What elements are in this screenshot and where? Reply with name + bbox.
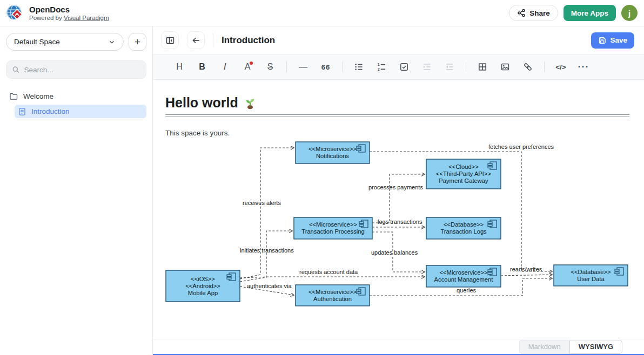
strikethrough-button[interactable]: S xyxy=(262,59,278,75)
outdent-button[interactable] xyxy=(441,59,458,75)
opendocs-app: OpenDocs Powered by Visual Paradigm Shar… xyxy=(0,0,644,355)
image-button[interactable] xyxy=(497,59,513,75)
outdent-icon xyxy=(445,62,454,72)
task-list-button[interactable] xyxy=(396,59,412,75)
indent-button[interactable] xyxy=(419,59,435,75)
sidebar-item-welcome[interactable]: Welcome xyxy=(6,90,146,103)
sidebar-item-introduction[interactable]: Introduction xyxy=(15,105,146,118)
arrow-left-icon xyxy=(191,36,201,45)
space-selector-value: Default Space xyxy=(14,38,60,46)
sidebar: Default Space + W xyxy=(0,26,153,355)
search-box[interactable] xyxy=(6,60,146,79)
link-icon xyxy=(523,62,533,72)
chevron-down-icon xyxy=(108,38,116,46)
bullet-list-button[interactable] xyxy=(351,59,367,75)
table-icon xyxy=(478,62,487,72)
search-icon xyxy=(12,65,19,74)
tab-wysiwyg[interactable]: WYSIWYG xyxy=(569,340,622,354)
toggle-sidebar-button[interactable] xyxy=(161,31,179,49)
diagram-edge-label-authenticates-via: authenticates via xyxy=(247,283,292,289)
diagram-edge-label-reads-writes: reads/writes xyxy=(510,266,542,272)
diagram-edge-label-queries: queries xyxy=(457,287,477,293)
heading-rule xyxy=(165,114,629,117)
visual-paradigm-link[interactable]: Visual Paradigm xyxy=(64,15,109,21)
toolbar-divider xyxy=(213,33,213,47)
opendocs-logo xyxy=(5,4,24,23)
diagram-node-account-management: <<Microservice>>Account Management xyxy=(426,265,501,287)
tree-item-label: Introduction xyxy=(31,107,70,115)
tab-markdown[interactable]: Markdown xyxy=(519,340,569,354)
font-color-dot xyxy=(250,62,253,65)
format-divider xyxy=(342,62,343,72)
diagram-edge-processes-payments xyxy=(372,174,425,223)
diagram-edge-requests-account-data xyxy=(240,277,425,278)
seedling-emoji xyxy=(243,96,257,110)
diagram-svg: receives alertsinitiates transactionsaut… xyxy=(165,141,629,308)
diagram-node-user-data: <<Database>>User Data xyxy=(554,265,628,286)
powered-by: Powered by Visual Paradigm xyxy=(29,14,109,22)
space-selector[interactable]: Default Space xyxy=(6,33,124,51)
uml-component-diagram[interactable]: receives alertsinitiates transactionsaut… xyxy=(165,141,629,308)
back-button[interactable] xyxy=(187,31,205,49)
share-label: Share xyxy=(529,9,550,17)
diagram-edge-initiates-transactions xyxy=(240,231,292,282)
panel-left-icon xyxy=(165,36,175,45)
page-tree: Welcome Introduction xyxy=(6,90,146,118)
brand: OpenDocs Powered by Visual Paradigm xyxy=(5,4,109,23)
diagram-edge-reads-writes xyxy=(501,275,552,276)
document-heading: Hello world xyxy=(165,95,629,111)
horizontal-rule-button[interactable]: — xyxy=(295,59,311,75)
diagram-node-notifications: <<Microservice>>Notifications xyxy=(296,142,370,163)
editor-main: Introduction Save H B I A S — 6 xyxy=(153,26,644,355)
diagram-edge-label-processes-payments: processes payments xyxy=(368,184,423,190)
table-button[interactable] xyxy=(474,59,491,75)
diagram-edge-label-logs-transactions: logs transactions xyxy=(378,219,422,225)
share-button[interactable]: Share xyxy=(509,5,558,21)
font-color-button[interactable]: A xyxy=(239,59,256,75)
indent-icon xyxy=(422,62,432,72)
bold-button[interactable]: B xyxy=(194,59,210,75)
svg-text:<<Microservice>>Account Manage: <<Microservice>>Account Management xyxy=(434,269,494,283)
app-title: OpenDocs xyxy=(29,5,109,14)
header-actions: Share More Apps j xyxy=(509,5,638,21)
svg-text:<<Microservice>>Transaction Pr: <<Microservice>>Transaction Processing xyxy=(301,221,365,235)
diagram-node-mobile-app: <<iOS>><<Android>>Mobile App xyxy=(166,270,240,302)
svg-text:1: 1 xyxy=(378,63,380,66)
numbered-list-button[interactable]: 1 2 xyxy=(373,59,390,75)
diagram-edge-label-fetches-user-preferences: fetches user preferences xyxy=(488,144,554,150)
heading-text: Hello world xyxy=(165,95,238,111)
italic-button[interactable]: I xyxy=(217,59,233,75)
code-button[interactable]: </> xyxy=(553,59,569,75)
avatar[interactable]: j xyxy=(621,5,638,21)
blockquote-button[interactable]: 66 xyxy=(318,59,334,75)
save-button[interactable]: Save xyxy=(591,32,634,49)
diagram-edge-label-requests-account-data: requests account data xyxy=(299,269,358,275)
bullet-list-icon xyxy=(354,62,364,72)
save-icon xyxy=(598,36,606,44)
document-icon xyxy=(18,107,26,116)
svg-text:<<Database>>Transaction Logs: <<Database>>Transaction Logs xyxy=(440,221,487,235)
heading-button[interactable]: H xyxy=(171,59,187,75)
diagram-edge-label-initiates-transactions: initiates transactions xyxy=(240,247,294,254)
add-page-button[interactable]: + xyxy=(129,33,146,51)
share-icon xyxy=(517,9,526,17)
svg-text:<<Microservice>>Authentication: <<Microservice>>Authentication xyxy=(308,289,357,302)
diagram-edge-receives-alerts xyxy=(240,148,294,279)
document-canvas[interactable]: Hello world This space is yours. receive… xyxy=(153,80,644,339)
link-button[interactable] xyxy=(520,59,536,75)
diagram-edge-label-receives-alerts: receives alerts xyxy=(243,200,281,206)
format-toolbar: H B I A S — 66 xyxy=(153,54,644,80)
format-divider xyxy=(286,62,287,72)
format-divider xyxy=(544,62,545,72)
search-input[interactable] xyxy=(24,66,140,74)
page-title: Introduction xyxy=(222,35,275,46)
task-list-icon xyxy=(399,62,409,72)
more-apps-button[interactable]: More Apps xyxy=(564,5,616,21)
space-row: Default Space + xyxy=(6,33,146,51)
document-paragraph: This space is yours. xyxy=(165,129,629,137)
diagram-node-payment-gateway: <<Cloud>><<Third-Party API>>Payment Gate… xyxy=(426,159,501,189)
diagram-node-transaction-processing: <<Microservice>>Transaction Processing xyxy=(294,217,372,239)
more-options-button[interactable]: ··· xyxy=(575,59,592,75)
diagram-node-transaction-logs: <<Database>>Transaction Logs xyxy=(426,217,501,239)
body-row: Default Space + W xyxy=(0,26,644,355)
